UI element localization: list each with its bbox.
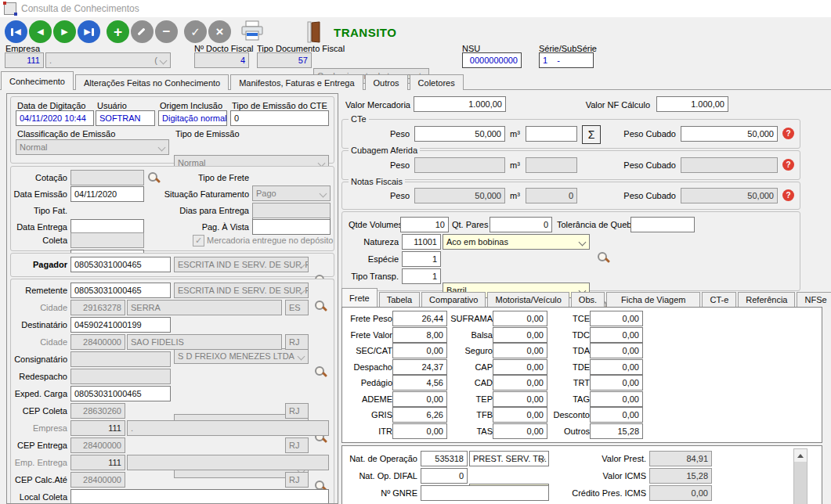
freight-value-field[interactable]: 0,00	[590, 359, 643, 375]
add-button[interactable]: +	[107, 20, 129, 43]
cte-peso-field[interactable]: 50,000	[414, 126, 505, 142]
freight-value-field[interactable]: 0,00	[590, 343, 643, 358]
subtab-obs[interactable]: Obs.	[571, 292, 605, 307]
nat-operacao-combo[interactable]: PREST. SERV. TR.	[469, 451, 549, 466]
qt-pares-field[interactable]: 0	[490, 217, 552, 232]
confirm-button[interactable]: ✓	[184, 20, 207, 43]
search-icon[interactable]	[313, 299, 327, 313]
serie-field[interactable]: 1 -	[539, 52, 594, 68]
gnre-field[interactable]	[421, 485, 549, 501]
data-entrega-label: Data Entrega	[11, 222, 67, 232]
subtab-tabela[interactable]: Tabela	[379, 292, 420, 307]
vertical-scrollbar[interactable]	[793, 448, 808, 504]
freight-value-field[interactable]: 0,00	[392, 423, 447, 439]
cep-calc-label: CEP Calc.Até	[11, 475, 67, 484]
destinatario-code-field[interactable]: 04590241000199	[70, 317, 171, 333]
freight-value-field[interactable]: 8,00	[392, 327, 447, 343]
subtab-frete[interactable]: Frete	[341, 288, 378, 307]
tab-outros[interactable]: Outros	[365, 74, 408, 90]
freight-value-field[interactable]: 24,37	[392, 359, 447, 375]
natureza-code-field[interactable]: 11001	[402, 234, 441, 250]
natureza-combo[interactable]: Aco em bobinas	[443, 234, 590, 250]
subtab-cte[interactable]: CT-e	[702, 292, 736, 307]
help-icon[interactable]: ?	[782, 159, 794, 171]
tipo-frete-label: Tipo de Frete	[163, 173, 249, 182]
nat-op-difal-code-field[interactable]: 0	[421, 468, 468, 484]
nsu-field[interactable]: 0000000000	[462, 52, 522, 68]
pagador-code-field[interactable]: 08053031000465	[70, 257, 171, 272]
subtab-comparativo[interactable]: Comparativo	[421, 292, 486, 307]
freight-value-field[interactable]: 0,00	[493, 359, 547, 375]
freight-value-field[interactable]: 15,28	[590, 423, 643, 439]
cte-group-legend: CTe	[349, 114, 369, 124]
exped-carga-code-field[interactable]: 08053031000465	[70, 386, 171, 401]
qtde-volumes-field[interactable]: 10	[400, 217, 449, 232]
freight-value-field[interactable]: 0,00	[590, 407, 643, 423]
freight-col3: TCE0,00 TDC0,00 TDA0,00 TDE0,00 TRT0,00 …	[551, 311, 643, 439]
freight-value-field[interactable]: 4,56	[392, 375, 447, 391]
prev-record-button[interactable]: ◀	[29, 20, 52, 43]
freight-value-field[interactable]: 0,00	[493, 407, 547, 423]
freight-value-field[interactable]: 0,00	[493, 327, 547, 343]
sum-button[interactable]: Σ	[582, 125, 601, 144]
subtab-motorista-veiculo[interactable]: Motorista/Veículo	[487, 292, 569, 307]
natureza-label: Natureza	[342, 237, 399, 247]
pag-vista-field[interactable]	[252, 219, 331, 235]
freight-value-field[interactable]: 0,00	[493, 391, 547, 407]
chevron-down-icon	[160, 57, 168, 65]
valor-mercadoria-field[interactable]: 1.000,00	[414, 96, 506, 112]
freight-value-field[interactable]: 0,00	[392, 391, 447, 407]
freight-value-field[interactable]: 0,00	[493, 375, 547, 391]
tab-manifestos[interactable]: Manifestos, Faturas e Entrega	[230, 74, 363, 90]
freight-value-field[interactable]: 0,00	[493, 423, 547, 439]
subtab-nfse[interactable]: NFSe	[797, 292, 831, 307]
subtab-referencia[interactable]: Referência	[738, 292, 795, 307]
cte-m3-field[interactable]	[526, 126, 577, 142]
freight-value-field[interactable]: 0,00	[590, 391, 643, 407]
next-record-button[interactable]: ▶	[53, 20, 76, 43]
redespacho-label: Redespacho	[11, 372, 67, 381]
last-record-button[interactable]: ▶	[78, 20, 100, 43]
search-icon[interactable]	[596, 250, 610, 265]
freight-value-field[interactable]: 0,00	[590, 375, 643, 391]
scroll-up-button[interactable]	[794, 449, 807, 462]
local-coleta-field[interactable]	[70, 489, 329, 504]
valor-nf-field[interactable]: 1.000,00	[656, 96, 728, 112]
edit-button[interactable]	[131, 20, 154, 43]
freight-value-field[interactable]: 26,44	[392, 311, 447, 326]
cidade-destinatario-name-field: SAO FIDELIS	[127, 334, 282, 350]
cancel-button[interactable]: ×	[208, 20, 231, 43]
remetente-code-field[interactable]: 08053031000465	[70, 283, 171, 298]
search-icon[interactable]	[313, 365, 327, 379]
delete-button[interactable]: −	[155, 20, 178, 43]
tolerancia-field[interactable]	[630, 217, 695, 232]
first-bar-icon	[11, 28, 13, 36]
freight-value-field[interactable]: 0,00	[392, 343, 447, 358]
remetente-name-combo: ESCRITA IND E SERV. DE SUP. P.	[174, 283, 309, 298]
tab-alteracoes[interactable]: Alterações Feitas no Conhecimento	[75, 74, 229, 90]
especie-code-field[interactable]: 1	[402, 251, 441, 267]
freight-value-field[interactable]: 0,00	[590, 327, 643, 343]
freight-value-field[interactable]: 6,26	[392, 407, 447, 423]
help-icon[interactable]: ?	[782, 128, 794, 139]
help-icon[interactable]: ?	[782, 189, 794, 201]
redespacho-code-field	[70, 369, 171, 384]
print-button[interactable]	[240, 20, 265, 43]
cte-peso-cubado-field[interactable]: 50,000	[681, 126, 778, 142]
data-emissao-field[interactable]: 04/11/2020	[70, 186, 144, 202]
tab-conhecimento[interactable]: Conhecimento	[1, 71, 74, 90]
pagador-name-value: ESCRITA IND E SERV. DE SUP. P.	[178, 260, 309, 269]
search-icon[interactable]	[146, 171, 161, 185]
subtab-ficha-viagem[interactable]: Ficha de Viagem	[606, 292, 700, 307]
tipo-transp-code-field[interactable]: 1	[402, 268, 441, 284]
cte-peso-cubado-label: Peso Cubado	[605, 129, 676, 139]
freight-value-field[interactable]: 0,00	[493, 311, 547, 326]
first-record-button[interactable]: ◀	[5, 20, 27, 43]
tab-coletores[interactable]: Coletores	[410, 74, 464, 90]
freight-label: GRIS	[344, 410, 392, 419]
freight-value-field[interactable]: 0,00	[590, 311, 643, 326]
freight-label: TEP	[450, 394, 493, 404]
freight-value-field[interactable]: 0,00	[493, 343, 547, 358]
exit-button[interactable]	[307, 21, 321, 45]
nat-operacao-code-field[interactable]: 535318	[421, 451, 468, 466]
